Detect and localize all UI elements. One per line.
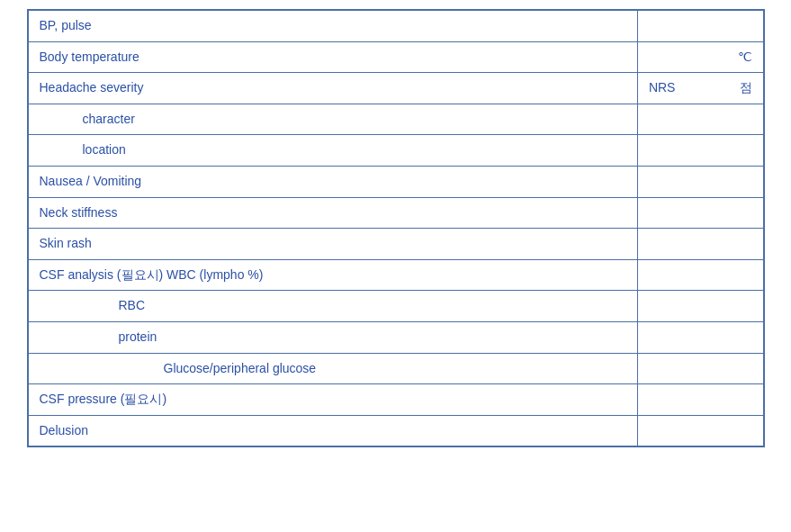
cell-left-rbc: RBC	[28, 291, 637, 322]
cell-right-bp-pulse	[637, 11, 763, 42]
cell-left-protein: protein	[28, 321, 637, 353]
cell-right-character	[637, 104, 763, 135]
table-row-rbc: RBC	[28, 291, 763, 322]
cell-right-glucose	[637, 353, 763, 384]
cell-left-nausea-vomiting: Nausea / Vomiting	[28, 166, 637, 197]
medical-table: BP, pulseBody temperature℃Headache sever…	[27, 9, 765, 447]
table-row-headache-severity: Headache severityNRS점	[28, 73, 763, 104]
table-row-skin-rash: Skin rash	[28, 229, 763, 260]
cell-left-csf-analysis: CSF analysis (필요시) WBC (lympho %)	[28, 259, 637, 291]
table-row-neck-stiffness: Neck stiffness	[28, 197, 763, 229]
table-row-glucose: Glucose/peripheral glucose	[28, 353, 763, 384]
cell-right-headache-severity: NRS점	[637, 73, 763, 104]
cell-right-neck-stiffness	[637, 197, 763, 229]
table-row-delusion: Delusion	[28, 415, 763, 446]
cell-left-delusion: Delusion	[28, 415, 637, 446]
cell-left-location: location	[28, 135, 637, 167]
cell-left-character: character	[28, 104, 637, 135]
cell-left-bp-pulse: BP, pulse	[28, 11, 637, 42]
table-row-body-temperature: Body temperature℃	[28, 41, 763, 73]
cell-right-protein	[637, 321, 763, 353]
cell-left-body-temperature: Body temperature	[28, 41, 637, 73]
cell-left-headache-severity: Headache severity	[28, 73, 637, 104]
table-row-protein: protein	[28, 321, 763, 353]
jeom-label: 점	[740, 79, 752, 97]
table-row-bp-pulse: BP, pulse	[28, 11, 763, 42]
cell-right-location	[637, 135, 763, 167]
cell-left-csf-pressure: CSF pressure (필요시)	[28, 384, 637, 416]
table-row-csf-analysis: CSF analysis (필요시) WBC (lympho %)	[28, 259, 763, 291]
table-row-csf-pressure: CSF pressure (필요시)	[28, 384, 763, 416]
cell-right-csf-analysis	[637, 259, 763, 291]
table-row-character: character	[28, 104, 763, 135]
cell-left-neck-stiffness: Neck stiffness	[28, 197, 637, 229]
cell-right-nausea-vomiting	[637, 166, 763, 197]
table-row-location: location	[28, 135, 763, 167]
cell-right-body-temperature: ℃	[637, 41, 763, 73]
nrs-label: NRS	[649, 79, 676, 97]
table-row-nausea-vomiting: Nausea / Vomiting	[28, 166, 763, 197]
cell-right-csf-pressure	[637, 384, 763, 416]
cell-right-skin-rash	[637, 229, 763, 260]
cell-left-skin-rash: Skin rash	[28, 229, 637, 260]
cell-right-rbc	[637, 291, 763, 322]
cell-right-delusion	[637, 415, 763, 446]
cell-left-glucose: Glucose/peripheral glucose	[28, 353, 637, 384]
